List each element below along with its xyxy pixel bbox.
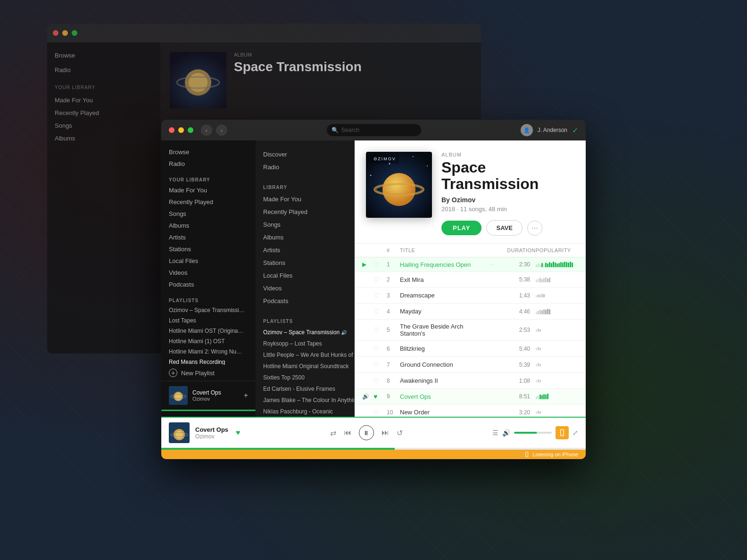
track-title[interactable]: Hailing Frequencies Open	[400, 261, 490, 268]
s2-playlist-hotline[interactable]: Hotline Miami Original Soundtrack	[256, 361, 354, 372]
track-row: ▶ ♡ 2 Exit Mira ··· 5:38	[355, 272, 586, 288]
s2-item-radio[interactable]: Radio	[256, 161, 354, 173]
device-icon[interactable]	[556, 426, 569, 439]
track-popularity	[536, 294, 578, 297]
track-heart[interactable]: ♡	[374, 261, 387, 268]
save-button[interactable]: SAVE	[486, 220, 522, 236]
track-play-icon[interactable]: ▶	[362, 261, 374, 268]
forward-button[interactable]: ›	[216, 124, 227, 136]
sidebar-item-videos[interactable]: Videos	[161, 267, 256, 279]
s2-item-made[interactable]: Made For You	[256, 193, 354, 206]
track-title[interactable]: Blitzkrieg	[400, 345, 490, 352]
track-num: 6	[387, 346, 400, 352]
more-button[interactable]: ···	[527, 221, 542, 236]
sidebar-playlist-ozimov[interactable]: Ozimov – Space Transmissi…	[161, 305, 256, 315]
track-title[interactable]: Ground Connection	[400, 361, 490, 368]
previous-button[interactable]: ⏮	[344, 428, 351, 437]
sidebar-playlist-hotline1[interactable]: Hotline Miami OST (Origina…	[161, 326, 256, 336]
track-heart[interactable]: ♡	[374, 409, 387, 416]
svg-point-11	[413, 156, 414, 157]
s2-item-discover[interactable]: Discover	[256, 148, 354, 161]
sidebar-item-browse[interactable]: Browse	[161, 146, 256, 158]
maximize-button[interactable]	[188, 127, 193, 133]
np-right-controls: ☰ 🔊 ⤢	[492, 426, 578, 439]
s2-item-local[interactable]: Local Files	[256, 269, 354, 282]
track-title[interactable]: The Grave Beside Arch Stanton's	[400, 323, 490, 337]
sidebar-playlist-hotline2[interactable]: Hotline Miami (1) OST	[161, 336, 256, 346]
s2-item-stations[interactable]: Stations	[256, 256, 354, 269]
s2-item-albums[interactable]: Albums	[256, 231, 354, 244]
content-area: Browse Radio YOUR LIBRARY Made For You R…	[161, 140, 586, 417]
track-title[interactable]: Awakenings II	[400, 377, 490, 384]
track-heart[interactable]: ♡	[374, 276, 387, 283]
s2-item-recent[interactable]: Recently Played	[256, 206, 354, 218]
search-placeholder: Search	[341, 127, 359, 133]
album-header: OZIMOV ALBUM Space Transmission By Ozimo…	[355, 140, 586, 244]
sidebar-np-add-button[interactable]: +	[244, 391, 248, 400]
s2-item-videos[interactable]: Videos	[256, 282, 354, 295]
s2-item-podcasts[interactable]: Podcasts	[256, 295, 354, 307]
track-title[interactable]: Exit Mira	[400, 276, 490, 283]
sidebar-item-made-for-you[interactable]: Made For You	[161, 184, 256, 196]
repeat-button[interactable]: ↺	[397, 428, 403, 437]
s2-playlist-sixties[interactable]: Sixties Top 2500	[256, 372, 354, 383]
fullscreen-icon[interactable]: ⤢	[573, 429, 578, 436]
np-heart-button[interactable]: ♥	[236, 428, 241, 437]
track-heart[interactable]: ♡	[374, 326, 387, 334]
sidebar-playlist-lost-tapes[interactable]: Lost Tapes	[161, 315, 256, 326]
track-title-current[interactable]: Covert Ops	[400, 393, 490, 400]
track-title[interactable]: Mayday	[400, 308, 490, 315]
track-heart[interactable]: ♡	[374, 345, 387, 353]
sidebar-playlist-hotline3[interactable]: Hotline Miami 2: Wrong Nu…	[161, 346, 256, 357]
s2-playlist-james[interactable]: James Blake – The Colour In Anything	[256, 395, 354, 406]
s2-playlist-royk[interactable]: Royksopp – Lost Tapes	[256, 338, 354, 349]
connect-icon[interactable]: ✓	[572, 126, 578, 135]
track-title[interactable]: New Order	[400, 409, 490, 416]
search-box[interactable]: 🔍 Search	[327, 124, 421, 136]
album-artist: By Ozimov	[441, 196, 574, 204]
sidebar-item-songs[interactable]: Songs	[161, 208, 256, 220]
play-button[interactable]: PLAY	[441, 221, 481, 235]
volume-slider[interactable]	[514, 432, 552, 434]
sidebar-item-local-files[interactable]: Local Files	[161, 255, 256, 267]
sidebar-playlist-rmr[interactable]: Red Means Recording	[161, 357, 256, 365]
close-button[interactable]	[169, 127, 174, 133]
track-more-icon[interactable]: ···	[490, 261, 503, 268]
track-popularity	[536, 309, 578, 314]
track-heart-liked[interactable]: ♥	[374, 393, 387, 400]
s2-nav-section: Discover Radio	[256, 140, 354, 177]
track-title[interactable]: Dreamscape	[400, 292, 490, 299]
s2-playlist-ozimov[interactable]: Ozimov – Space Transmission 🔊	[256, 327, 354, 338]
sidebar-item-radio[interactable]: Radio	[161, 158, 256, 170]
track-row: ▶ ♡ 10 New Order ··· 3:20	[355, 404, 586, 417]
s2-item-songs[interactable]: Songs	[256, 218, 354, 231]
track-num: 3	[387, 292, 400, 299]
track-heart[interactable]: ♡	[374, 308, 387, 315]
shuffle-button[interactable]: ⇄	[330, 428, 336, 437]
s2-playlists-header: PLAYLISTS	[256, 319, 354, 327]
s2-playlist-niklas[interactable]: Niklas Paschburg - Oceanic	[256, 406, 354, 417]
s2-playlist-ed[interactable]: Ed Carlsen - Elusive Frames	[256, 383, 354, 395]
track-popularity	[536, 379, 578, 382]
back-button[interactable]: ‹	[201, 124, 212, 136]
track-row-current: 🔊 ♥ 9 Covert Ops ··· 8:51	[355, 389, 586, 404]
svg-rect-23	[561, 429, 564, 436]
next-button[interactable]: ⏭	[382, 428, 389, 437]
track-heart[interactable]: ♡	[374, 377, 387, 385]
sidebar-item-podcasts[interactable]: Podcasts	[161, 279, 256, 290]
track-heart[interactable]: ♡	[374, 292, 387, 299]
s2-item-artists[interactable]: Artists	[256, 244, 354, 256]
sidebar-item-albums[interactable]: Albums	[161, 220, 256, 231]
track-heart[interactable]: ♡	[374, 361, 387, 369]
sidebar-item-artists[interactable]: Artists	[161, 231, 256, 243]
sidebar-item-stations[interactable]: Stations	[161, 243, 256, 255]
volume-icon[interactable]: 🔊	[502, 429, 510, 436]
new-playlist-button-left[interactable]: + New Playlist	[161, 365, 256, 381]
queue-icon[interactable]: ☰	[492, 429, 498, 436]
sidebar-item-recently-played[interactable]: Recently Played	[161, 196, 256, 208]
s2-playlist-little[interactable]: Little People – We Are But Hunks of Wood	[256, 349, 354, 361]
track-duration: 1:43	[503, 292, 536, 299]
progress-bar-container[interactable]	[161, 448, 586, 450]
pause-button[interactable]: ⏸	[359, 425, 374, 440]
minimize-button[interactable]	[178, 127, 184, 133]
